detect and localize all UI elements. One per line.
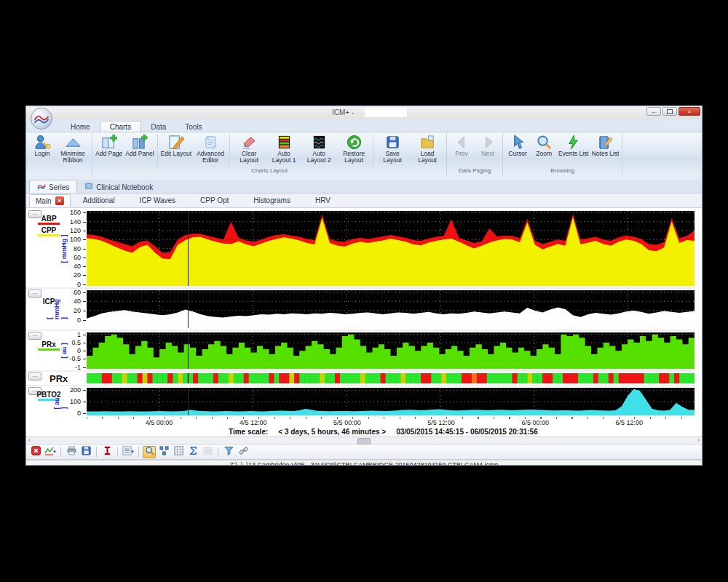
load-layout-button[interactable]: Load Layout <box>410 133 445 164</box>
panel-menu-button[interactable]: ... <box>28 290 41 298</box>
series-tab-bar: SeriesClinical Notebook <box>26 180 702 194</box>
y-tick-mark <box>83 320 86 321</box>
advanced-editor-icon <box>202 134 219 151</box>
notes-list-button[interactable]: Notes List <box>590 133 621 158</box>
ribbon-button-label: Login <box>35 151 50 157</box>
y-tick-label: 0.5 <box>71 339 81 346</box>
icm-plus-window: ICM+ - – × HomeChartsDataTools LoginMini… <box>25 105 703 466</box>
maximize-button[interactable] <box>662 107 677 116</box>
y-tick-mark <box>83 390 86 391</box>
ribbon-tab-tools[interactable]: Tools <box>175 121 211 132</box>
time-tick-label: 5/5 00:00 <box>333 419 361 426</box>
ribbon-group-label: Data Paging <box>448 167 501 175</box>
series-tab-series[interactable]: Series <box>29 180 77 193</box>
zoom-button[interactable]: Zoom <box>531 133 557 158</box>
minimise-ribbon-button[interactable]: Minimise Ribbon <box>55 133 90 164</box>
app-logo-orb[interactable] <box>31 108 52 129</box>
scroll-left-icon[interactable]: ‹ <box>28 436 31 444</box>
events-list-button[interactable]: Events List <box>557 133 590 158</box>
panel-menu-button[interactable]: ... <box>28 372 41 380</box>
save-small-tool-button[interactable] <box>79 446 92 458</box>
link-icon <box>239 445 248 458</box>
y-tick-label: -0.5 <box>69 355 81 362</box>
layout-nodes-tool-button[interactable] <box>157 446 170 458</box>
login-button[interactable]: Login <box>29 133 55 158</box>
chart-plot-abp-cpp[interactable] <box>87 211 695 286</box>
page-tab-icp-waves[interactable]: ICP Waves <box>127 195 188 206</box>
remove-tool-button[interactable] <box>29 446 42 458</box>
panel-gutter-pbto2: ...PBTO2[ au ]2001000 <box>26 386 87 417</box>
y-tick-label: 80 <box>74 245 81 252</box>
scroll-right-icon[interactable]: › <box>697 436 700 444</box>
ribbon-button-label: Zoom <box>536 151 552 157</box>
page-tab-main[interactable]: Main× <box>29 194 71 207</box>
clear-layout-button[interactable]: Clear Layout <box>232 133 266 164</box>
page-tab-additional[interactable]: Additional <box>71 195 127 206</box>
ribbon-tab-bar: HomeChartsDataTools <box>26 119 702 132</box>
edit-layout-button[interactable]: Edit Layout <box>159 133 194 158</box>
icp-svg <box>87 290 695 328</box>
magnifier-icon <box>145 445 154 458</box>
dropdown-arrow-icon[interactable]: ▾ <box>131 449 134 455</box>
ribbon-button-label: Load Layout <box>411 151 443 164</box>
chart-plot-prx[interactable] <box>87 332 695 369</box>
link-tool-button[interactable] <box>237 446 250 458</box>
minimize-button[interactable]: – <box>646 107 661 116</box>
y-tick-mark <box>83 359 86 359</box>
next-button: Next <box>475 133 501 158</box>
table-tool-button[interactable] <box>172 446 185 458</box>
ibeam-tool-button[interactable] <box>100 446 114 458</box>
time-scale-value[interactable]: < 3 days, 5 hours, 46 minutes > <box>278 428 386 436</box>
add-panel-button[interactable]: Add Panel <box>124 133 155 158</box>
y-tick-mark <box>83 367 86 368</box>
panel-gutter-prx-strip: ...PRx <box>26 372 87 385</box>
panel-menu-button[interactable]: ... <box>28 332 41 340</box>
page-tab-label: HRV <box>315 196 331 204</box>
series-color-swatch <box>38 348 60 351</box>
series-tab-clinical-notebook[interactable]: Clinical Notebook <box>77 180 160 193</box>
page-tab-histograms[interactable]: Histograms <box>241 195 303 206</box>
page-tab-cpp-opt[interactable]: CPP Opt <box>188 195 241 206</box>
print-tool-button[interactable] <box>65 446 78 458</box>
chart-plot-pbto2[interactable] <box>87 388 695 415</box>
time-tick-label: 4/5 00:00 <box>146 419 173 426</box>
y-tick-mark <box>83 343 86 343</box>
horizontal-scrollbar[interactable]: ‹ › <box>26 436 702 445</box>
list-tool-button[interactable]: ▾ <box>122 446 135 458</box>
ribbon-tab-home[interactable]: Home <box>61 121 100 132</box>
ribbon-separator <box>373 134 373 167</box>
save-layout-icon <box>384 134 401 151</box>
chart-line-tool-button[interactable]: ▾ <box>44 446 57 458</box>
save-layout-button[interactable]: Save Layout <box>375 133 410 164</box>
chart-gray-tool-button <box>201 446 214 458</box>
series-color-swatch <box>38 234 60 236</box>
load-layout-icon <box>419 134 436 151</box>
advanced-editor-button[interactable]: Advanced Editor <box>193 133 228 164</box>
y-tick-mark <box>83 284 86 285</box>
ribbon-button-label: Clear Layout <box>233 151 265 164</box>
ribbon-separator <box>229 134 230 167</box>
ribbon-tab-charts[interactable]: Charts <box>100 121 141 132</box>
cursor-button[interactable]: Cursor <box>505 133 531 158</box>
sigma-icon <box>189 445 198 458</box>
funnel-tool-button[interactable] <box>222 446 235 458</box>
scrollbar-thumb[interactable] <box>357 438 371 445</box>
auto-layout-2-button[interactable]: Auto Layout 2 <box>301 133 336 164</box>
page-tab-label: Additional <box>83 196 115 204</box>
ribbon-tab-data[interactable]: Data <box>141 121 175 132</box>
close-button[interactable]: × <box>678 107 700 116</box>
restore-layout-button[interactable]: Restore Layout <box>336 133 371 164</box>
print-icon <box>67 445 76 458</box>
close-tab-button[interactable]: × <box>55 196 64 205</box>
chart-plot-icp[interactable] <box>87 290 695 328</box>
magnifier-tool-button[interactable] <box>143 446 156 458</box>
toolbar-separator <box>96 447 97 457</box>
time-axis: 4/5 00:004/5 12:005/5 00:005/5 12:006/5 … <box>26 417 702 427</box>
auto-layout-1-button[interactable]: Auto Layout 1 <box>266 133 301 164</box>
add-page-button[interactable]: Add Page <box>94 133 124 158</box>
chart-plot-prx-strip[interactable] <box>87 373 695 383</box>
sigma-tool-button[interactable] <box>186 446 199 458</box>
page-tab-hrv[interactable]: HRV <box>303 195 343 206</box>
ribbon-group-label: Charts Layout <box>94 167 445 175</box>
dropdown-arrow-icon[interactable]: ▾ <box>53 449 56 455</box>
